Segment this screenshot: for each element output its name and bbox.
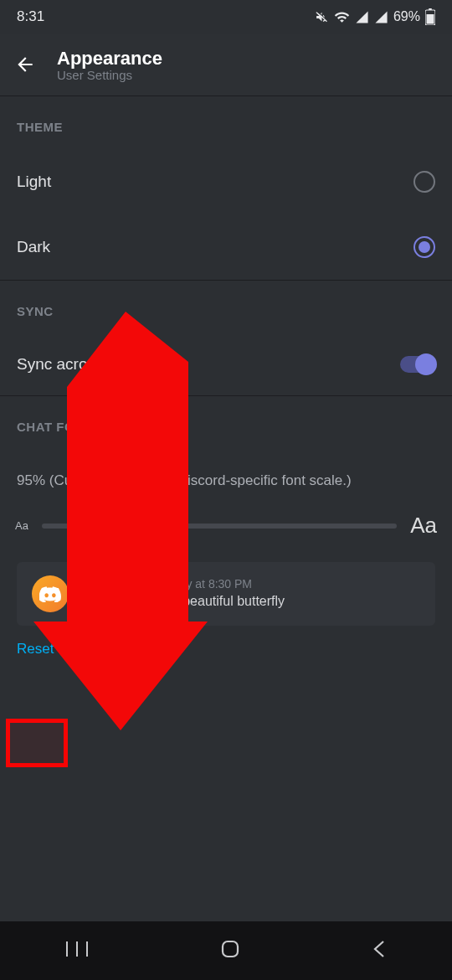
back-button[interactable] <box>13 53 37 76</box>
svg-rect-2 <box>427 14 434 24</box>
wifi-icon <box>334 9 350 25</box>
preview-timestamp: Today at 8:30 PM <box>161 577 252 591</box>
theme-option-dark[interactable]: Dark <box>0 214 452 280</box>
chevron-left-icon <box>372 939 386 959</box>
recents-button[interactable] <box>66 941 88 961</box>
header: Appearance User Settings <box>0 34 452 95</box>
theme-light-label: Light <box>17 173 51 191</box>
svg-rect-7 <box>223 941 238 957</box>
aa-large-label: Aa <box>410 513 437 539</box>
sync-row[interactable]: Sync across clients <box>0 333 452 395</box>
back-nav-button[interactable] <box>372 939 386 962</box>
section-heading-theme: THEME <box>0 96 452 149</box>
preview-username: moinzisun <box>80 575 151 592</box>
home-icon <box>220 939 240 959</box>
status-time: 8:31 <box>17 8 44 25</box>
slider-thumb-icon <box>88 515 110 537</box>
status-indicators: 69% <box>315 8 435 25</box>
message-preview: moinzisun Today at 8:30 PM Look at me I'… <box>17 562 435 626</box>
sync-label: Sync across clients <box>17 355 153 374</box>
font-scale-description: 95% (Currently using the Discord-specifi… <box>0 449 452 498</box>
signal-icon <box>355 10 369 24</box>
page-subtitle: User Settings <box>57 68 162 82</box>
font-scale-slider-row: Aa Aa <box>0 498 452 547</box>
battery-percent: 69% <box>393 9 420 24</box>
section-heading-fontscale: CHAT FONT SCALING <box>0 396 452 449</box>
mute-icon <box>315 10 329 24</box>
radio-selected-icon <box>413 236 435 258</box>
system-nav-bar <box>0 921 452 980</box>
radio-unselected-icon <box>413 171 435 193</box>
status-bar: 8:31 69% <box>0 0 452 34</box>
arrow-left-icon <box>14 54 36 75</box>
preview-message: Look at me I'm a beautiful butterfly <box>80 594 285 609</box>
recents-icon <box>66 941 88 957</box>
avatar <box>32 575 69 612</box>
font-scale-slider[interactable] <box>42 524 397 529</box>
annotation-highlight-box <box>6 719 68 767</box>
section-heading-sync: SYNC <box>0 281 452 333</box>
page-title: Appearance <box>57 48 162 70</box>
discord-logo-icon <box>39 585 61 602</box>
signal-icon-2 <box>374 10 388 24</box>
home-button[interactable] <box>220 939 240 962</box>
aa-small-label: Aa <box>15 519 28 532</box>
battery-icon <box>425 8 435 25</box>
theme-dark-label: Dark <box>17 238 50 256</box>
toggle-on-icon <box>400 356 435 373</box>
reset-button[interactable]: Reset <box>17 641 54 657</box>
theme-option-light[interactable]: Light <box>0 149 452 214</box>
